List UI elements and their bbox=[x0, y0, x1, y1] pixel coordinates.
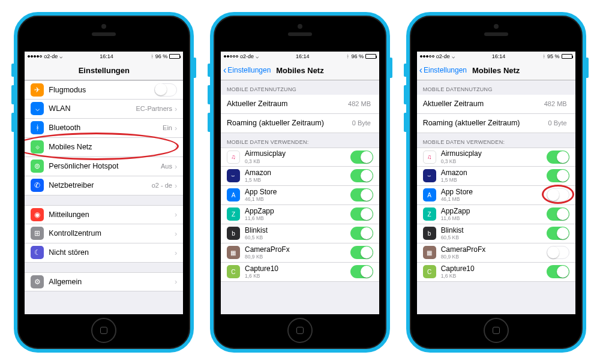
row-roaming: Roaming (aktueller Zeitraum) 0 Byte bbox=[417, 114, 575, 133]
row-app-app-store[interactable]: AApp Store46,1 MB bbox=[221, 186, 379, 205]
row-app-blinkist[interactable]: bBlinkist60,5 KB bbox=[417, 224, 575, 243]
row-app-airmusicplay[interactable]: ♫Airmusicplay0,3 KB bbox=[417, 148, 575, 167]
app-size: 0,3 KB bbox=[441, 158, 547, 164]
app-data-toggle[interactable] bbox=[547, 207, 569, 221]
row-app-blinkist[interactable]: bBlinkist60,5 KB bbox=[221, 224, 379, 243]
row-app-cameraprofx[interactable]: ▦CameraProFx80,9 KB bbox=[221, 243, 379, 263]
battery-icon bbox=[169, 54, 180, 59]
row-wifi[interactable]: ⌵ WLAN EC-Partners › bbox=[25, 100, 183, 119]
bluetooth-icon: ᚼ bbox=[346, 53, 349, 59]
app-label-block: App Store46,1 MB bbox=[441, 188, 547, 203]
app-size: 1,6 KB bbox=[245, 273, 350, 279]
row-app-appzapp[interactable]: ZAppZapp11,6 MB bbox=[221, 205, 379, 224]
app-name: Capture10 bbox=[441, 264, 547, 273]
home-button[interactable] bbox=[91, 318, 116, 343]
app-icon: C bbox=[423, 265, 436, 278]
back-button[interactable]: ‹ Einstellungen bbox=[419, 65, 467, 75]
row-app-capture10[interactable]: CCapture101,6 KB bbox=[417, 263, 575, 282]
app-data-toggle[interactable] bbox=[547, 151, 569, 164]
row-app-capture10[interactable]: CCapture101,6 KB bbox=[221, 263, 379, 282]
chevron-left-icon: ‹ bbox=[223, 65, 226, 75]
row-app-airmusicplay[interactable]: ♫Airmusicplay0,3 KB bbox=[221, 148, 379, 167]
app-icon: Z bbox=[423, 207, 436, 221]
row-app-cameraprofx[interactable]: ▦CameraProFx80,9 KB bbox=[417, 243, 575, 263]
app-data-toggle[interactable] bbox=[547, 188, 569, 201]
wifi-value: EC-Partners bbox=[136, 105, 172, 112]
app-label-block: Capture101,6 KB bbox=[441, 264, 547, 279]
signal-dots bbox=[420, 55, 434, 58]
row-cellular[interactable]: ⟐ Mobiles Netz › bbox=[25, 138, 183, 157]
row-general[interactable]: ⚙ Allgemein › bbox=[25, 272, 183, 291]
app-icon: A bbox=[227, 188, 240, 201]
row-app-appzapp[interactable]: ZAppZapp11,6 MB bbox=[417, 205, 575, 224]
hotspot-icon: ⊚ bbox=[31, 160, 44, 173]
chevron-right-icon: › bbox=[175, 248, 177, 257]
row-control-center[interactable]: ⊞ Kontrollzentrum › bbox=[25, 224, 183, 243]
section-header-usage: MOBILE DATENNUTZUNG bbox=[221, 80, 379, 95]
app-icon: A bbox=[423, 188, 436, 201]
app-name: App Store bbox=[441, 188, 547, 196]
app-size: 1,5 MB bbox=[441, 177, 547, 183]
row-label: Flugmodus bbox=[49, 86, 154, 94]
app-size: 1,5 MB bbox=[245, 177, 350, 183]
row-notifications[interactable]: ◉ Mitteilungen › bbox=[25, 205, 183, 224]
home-button[interactable] bbox=[484, 318, 509, 343]
carrier-label: o2-de bbox=[436, 53, 450, 59]
phone-frame-2: o2-de ⌵ 16:14 ᚼ 96 % ‹ Einstellungen Mob… bbox=[210, 12, 390, 353]
app-data-toggle[interactable] bbox=[350, 227, 373, 240]
app-icon: ⌣ bbox=[227, 169, 240, 182]
bluetooth-icon: ᚼ bbox=[31, 121, 44, 134]
app-label-block: AppZapp11,6 MB bbox=[441, 207, 547, 222]
app-data-toggle[interactable] bbox=[350, 207, 373, 221]
status-bar: o2-de ⌵ 16:14 ᚼ 95 % bbox=[417, 52, 575, 61]
app-data-toggle[interactable] bbox=[547, 169, 569, 182]
row-app-app-store[interactable]: AApp Store46,1 MB bbox=[417, 186, 575, 205]
wifi-icon: ⌵ bbox=[452, 53, 455, 59]
app-data-toggle[interactable] bbox=[350, 265, 373, 278]
screen-cellular-all-on: o2-de ⌵ 16:14 ᚼ 96 % ‹ Einstellungen Mob… bbox=[221, 52, 379, 314]
moon-icon: ☾ bbox=[31, 246, 44, 259]
row-app-amazon[interactable]: ⌣Amazon1,5 MB bbox=[417, 167, 575, 186]
nav-bar: Einstellungen bbox=[25, 61, 183, 80]
back-label: Einstellungen bbox=[227, 66, 271, 74]
usage-value: 482 MB bbox=[348, 100, 371, 107]
back-button[interactable]: ‹ Einstellungen bbox=[223, 65, 271, 75]
app-icon: b bbox=[227, 227, 240, 240]
battery-icon bbox=[562, 54, 572, 59]
chevron-right-icon: › bbox=[175, 143, 177, 152]
app-name: Amazon bbox=[441, 169, 547, 177]
app-data-toggle[interactable] bbox=[547, 246, 569, 259]
app-icon: C bbox=[227, 265, 240, 278]
row-app-amazon[interactable]: ⌣Amazon1,5 MB bbox=[221, 167, 379, 186]
carrier-value: o2 - de bbox=[152, 182, 172, 189]
row-hotspot[interactable]: ⊚ Persönlicher Hotspot Aus › bbox=[25, 157, 183, 176]
chevron-right-icon: › bbox=[175, 104, 177, 113]
bluetooth-value: Ein bbox=[163, 124, 172, 131]
row-dnd[interactable]: ☾ Nicht stören › bbox=[25, 243, 183, 263]
app-size: 46,1 MB bbox=[441, 196, 547, 202]
row-bluetooth[interactable]: ᚼ Bluetooth Ein › bbox=[25, 119, 183, 138]
status-bar: o2-de ⌵ 16:14 ᚼ 96 % bbox=[221, 52, 379, 61]
home-button[interactable] bbox=[287, 318, 313, 343]
app-icon: ♫ bbox=[227, 151, 240, 164]
screen-cellular-some-off: o2-de ⌵ 16:14 ᚼ 95 % ‹ Einstellungen Mob… bbox=[417, 52, 575, 314]
app-data-toggle[interactable] bbox=[350, 188, 373, 201]
app-data-toggle[interactable] bbox=[547, 227, 569, 240]
airplane-toggle[interactable] bbox=[154, 83, 177, 97]
app-size: 46,1 MB bbox=[245, 196, 350, 202]
app-data-toggle[interactable] bbox=[350, 246, 373, 259]
row-carrier[interactable]: ✆ Netzbetreiber o2 - de › bbox=[25, 176, 183, 195]
row-label: Aktueller Zeitraum bbox=[227, 100, 348, 108]
app-data-toggle[interactable] bbox=[547, 265, 569, 278]
airplane-icon: ✈ bbox=[31, 83, 44, 97]
app-data-toggle[interactable] bbox=[350, 151, 373, 164]
section-header-usage: MOBILE DATENNUTZUNG bbox=[417, 80, 575, 95]
app-name: CameraProFx bbox=[245, 245, 350, 254]
row-current-period: Aktueller Zeitraum 482 MB bbox=[417, 95, 575, 114]
nav-bar: ‹ Einstellungen Mobiles Netz bbox=[221, 61, 379, 80]
app-data-toggle[interactable] bbox=[350, 169, 373, 182]
row-label: Netzbetreiber bbox=[49, 181, 151, 189]
battery-percent: 96 % bbox=[351, 53, 364, 59]
chevron-left-icon: ‹ bbox=[419, 65, 422, 75]
row-airplane-mode[interactable]: ✈ Flugmodus bbox=[25, 80, 183, 100]
